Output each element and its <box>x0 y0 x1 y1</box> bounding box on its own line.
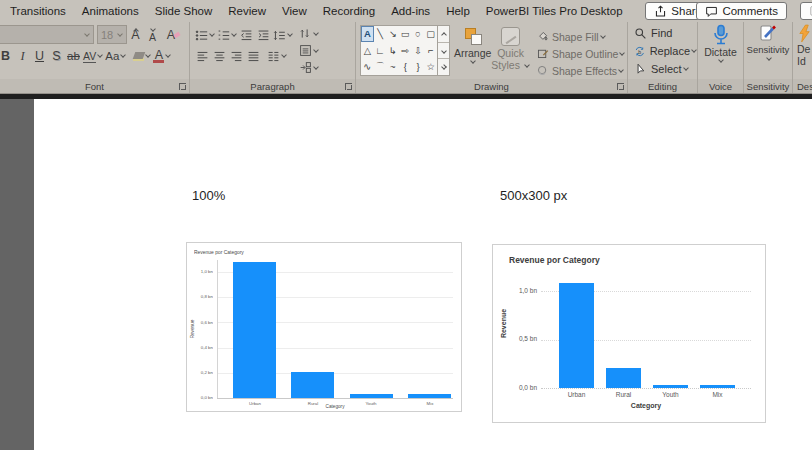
bar-youth <box>653 385 688 388</box>
shape-left-brace-icon[interactable]: { <box>399 59 412 75</box>
revenue-chart-small[interactable]: 1,0 bn0,8 bn0,6 bn0,4 bn0,2 bn0,0 bnUrba… <box>186 242 462 412</box>
arrange-icon <box>463 27 483 46</box>
shape-rounded-rectangle-icon[interactable]: ▢ <box>424 26 437 42</box>
font-size-combo[interactable]: 18 <box>97 25 127 44</box>
shape-down-arrow-icon[interactable]: ⇩ <box>412 42 425 58</box>
slide-workspace[interactable]: 100% 500x300 px 1,0 bn0,8 bn0,6 bn0,4 bn… <box>0 99 812 452</box>
revenue-chart-large[interactable]: 1,0 bn0,5 bn0,0 bnUrbanRuralYouthMixReve… <box>492 244 766 423</box>
shape-arc-icon[interactable]: ⌒ <box>374 59 387 75</box>
shape-fill-button[interactable]: Shape Fill <box>536 28 626 45</box>
tab-help[interactable]: Help <box>438 5 478 17</box>
shape-star-icon[interactable]: ☆ <box>424 59 437 75</box>
shape-scribble-icon[interactable]: ∿ <box>361 59 374 75</box>
font-color-button[interactable]: A <box>152 47 172 65</box>
designer-button[interactable]: De Id <box>793 22 812 67</box>
font-dialog-launcher[interactable] <box>179 83 186 90</box>
partial-button[interactable] <box>800 2 812 20</box>
shape-outline-button[interactable]: Shape Outline <box>536 45 626 62</box>
tab-view[interactable]: View <box>274 5 315 17</box>
shape-textbox-icon[interactable]: A <box>361 26 374 42</box>
shape-curve-icon[interactable]: ~ <box>386 59 399 75</box>
line-spacing-button[interactable] <box>272 26 294 44</box>
font-group-label: Font <box>85 81 104 92</box>
shapes-scroll-down[interactable] <box>438 43 449 60</box>
x-tick-label: Urban <box>238 401 271 406</box>
shape-arrow-icon[interactable]: ↘ <box>386 26 399 42</box>
tab-transitions[interactable]: Transitions <box>2 5 74 17</box>
x-tick-label: Youth <box>355 401 388 406</box>
quick-styles-icon <box>501 27 520 46</box>
microphone-icon <box>711 24 731 46</box>
shape-right-arrow-icon[interactable]: ⇨ <box>399 42 412 58</box>
bar-rural <box>291 372 334 398</box>
sensitivity-group: Sensitivity Sensitivity <box>744 22 793 93</box>
italic-button[interactable]: I <box>14 47 31 65</box>
dictate-button[interactable]: Dictate <box>698 22 743 64</box>
find-button[interactable]: Find <box>634 24 697 42</box>
comments-button[interactable]: Comments <box>696 2 787 20</box>
shape-outline-icon <box>536 47 549 60</box>
y-tick-label: 1,0 bn <box>191 269 213 274</box>
paragraph-dialog-launcher[interactable] <box>345 83 352 90</box>
underline-button[interactable]: U <box>31 47 48 65</box>
bullets-button[interactable] <box>194 26 216 44</box>
bar-urban <box>233 262 276 398</box>
voice-group: Dictate Voice <box>698 22 744 93</box>
decrease-indent-button[interactable] <box>238 26 255 44</box>
text-direction-button[interactable] <box>298 25 320 42</box>
align-right-button[interactable] <box>228 47 245 65</box>
arrange-button[interactable]: Arrange <box>454 25 491 79</box>
shape-elbow-connector-icon[interactable]: ∟ <box>374 42 387 58</box>
shapes-more-button[interactable] <box>438 59 449 75</box>
shape-corner-shape-icon[interactable]: ⌐ <box>424 42 437 58</box>
align-text-button[interactable] <box>298 42 320 59</box>
tab-powerbi-tiles[interactable]: PowerBI Tiles Pro Desktop <box>478 5 631 17</box>
shape-elbow-arrow-connector-icon[interactable]: ↳ <box>386 42 399 58</box>
tab-animations[interactable]: Animations <box>74 5 147 17</box>
highlight-color-button[interactable] <box>132 47 152 65</box>
shape-effects-button[interactable]: Shape Effects <box>536 62 626 79</box>
shapes-scroll-up[interactable] <box>438 26 449 43</box>
workspace-gutter <box>0 99 34 450</box>
increase-indent-button[interactable] <box>255 26 272 44</box>
x-tick-label: Mix <box>413 401 446 406</box>
text-shadow-button[interactable]: S <box>48 47 65 65</box>
quick-styles-button[interactable]: Quick Styles <box>491 25 530 79</box>
tab-slide-show[interactable]: Slide Show <box>147 5 221 17</box>
clear-formatting-button[interactable]: A <box>165 26 182 44</box>
tab-recording[interactable]: Recording <box>315 5 383 17</box>
align-left-button[interactable] <box>194 47 211 65</box>
change-case-button[interactable]: Aa <box>104 47 127 65</box>
character-spacing-button[interactable]: AV <box>82 47 104 65</box>
bar-urban <box>559 283 594 388</box>
columns-button[interactable] <box>266 47 288 65</box>
replace-button[interactable]: Replace <box>634 42 697 60</box>
replace-icon <box>634 45 646 58</box>
shape-fill-icon <box>536 30 549 43</box>
tab-review[interactable]: Review <box>220 5 274 17</box>
strikethrough-button[interactable]: ab <box>65 47 82 65</box>
shape-rectangle-icon[interactable]: ▭ <box>399 26 412 42</box>
sensitivity-button[interactable]: Sensitivity <box>744 22 792 62</box>
bold-button[interactable]: B <box>0 47 14 65</box>
align-center-button[interactable] <box>211 47 228 65</box>
caption-100pct[interactable]: 100% <box>192 188 225 203</box>
shape-effects-icon <box>536 64 549 77</box>
shape-oval-icon[interactable]: ○ <box>412 26 425 42</box>
gridline <box>541 388 751 389</box>
gridline <box>217 398 453 399</box>
numbering-button[interactable] <box>216 26 238 44</box>
grow-font-button[interactable]: A <box>127 26 144 44</box>
font-name-combo[interactable] <box>0 25 94 44</box>
select-button[interactable]: Select <box>634 60 697 78</box>
tab-add-ins[interactable]: Add-ins <box>383 5 438 17</box>
shape-right-brace-icon[interactable]: } <box>412 59 425 75</box>
justify-button[interactable] <box>245 47 262 65</box>
shrink-font-button[interactable]: A <box>144 26 161 44</box>
caption-500x300[interactable]: 500x300 px <box>500 188 567 203</box>
convert-to-smartart-button[interactable] <box>298 59 320 76</box>
paragraph-group-label: Paragraph <box>250 81 294 92</box>
drawing-dialog-launcher[interactable] <box>617 83 624 90</box>
shape-triangle-icon[interactable]: △ <box>361 42 374 58</box>
shape-line-icon[interactable]: ╲ <box>374 26 387 42</box>
